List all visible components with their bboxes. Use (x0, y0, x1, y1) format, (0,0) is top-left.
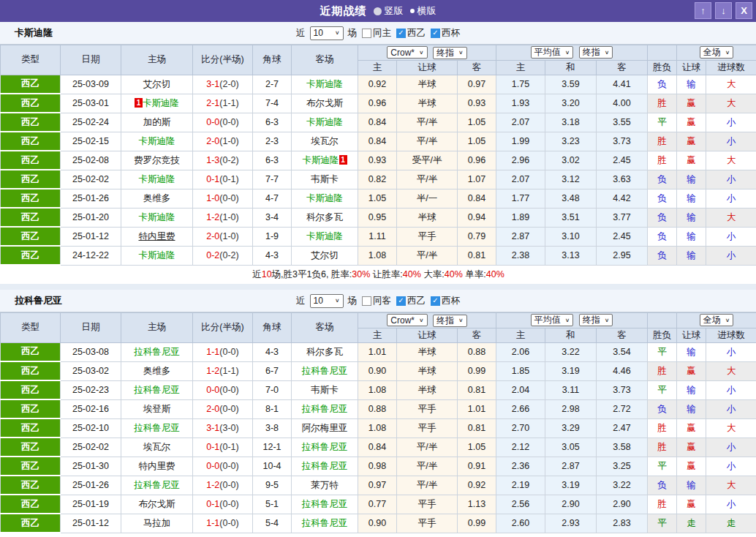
home-team-cell: 马拉加 (121, 514, 193, 533)
team-link[interactable]: 卡斯迪隆 (139, 174, 175, 184)
team-link[interactable]: 拉科鲁尼亚 (134, 423, 180, 433)
team-link[interactable]: 科尔多瓦 (306, 212, 343, 222)
col-home: 主场 (121, 45, 193, 75)
scroll-up-button[interactable]: ↑ (695, 2, 711, 19)
layout-horizontal-radio[interactable]: 横版 (410, 4, 436, 18)
avg-away-odds: 4.41 (597, 75, 648, 94)
team-link[interactable]: 艾尔切 (143, 79, 171, 89)
col-date: 日期 (61, 313, 121, 343)
chevron-down-icon: ∨ (565, 318, 570, 323)
handicap-line: 受平/半 (397, 151, 458, 170)
same-venue-checkbox[interactable]: 同主 (362, 27, 391, 40)
team-link[interactable]: 拉科鲁尼亚 (302, 366, 348, 376)
league-checkbox[interactable]: ✓ 西乙 (396, 295, 426, 307)
fulltime-score: 0-1 (206, 174, 219, 184)
team-link[interactable]: 卡斯迪隆 (306, 117, 343, 127)
team-link[interactable]: 卡斯迪隆 (303, 155, 339, 165)
team-link[interactable]: 科尔多瓦 (306, 347, 343, 357)
home-team-cell: 拉科鲁尼亚 (121, 342, 193, 361)
avg-select[interactable]: 平均值∨ (531, 314, 574, 326)
scroll-down-button[interactable]: ↓ (715, 2, 732, 19)
team-link[interactable]: 加的斯 (143, 117, 171, 127)
summary-stat-value: 30% (352, 269, 370, 279)
recent-count-select[interactable]: 10 ∨ (310, 26, 344, 40)
fulltime-score: 0-0 (206, 117, 219, 127)
team-link[interactable]: 拉科鲁尼亚 (134, 480, 180, 490)
team-link[interactable]: 卡斯迪隆 (306, 79, 343, 89)
team-link[interactable]: 埃登斯 (143, 404, 171, 414)
cup-checkbox[interactable]: ✓ 西杯 (431, 27, 460, 40)
team-link[interactable]: 特内里费 (139, 461, 175, 471)
team-link[interactable]: 拉科鲁尼亚 (134, 385, 180, 395)
team-link[interactable]: 马拉加 (143, 518, 171, 528)
handicap-away-odds: 1.05 (458, 438, 496, 457)
corner-count: 12-1 (253, 438, 292, 457)
up-arrow-icon: ↑ (700, 5, 706, 16)
team-link[interactable]: 拉科鲁尼亚 (134, 347, 180, 357)
corner-count: 7-4 (253, 94, 292, 113)
summary-footer: 近10场,胜3平1负6, 胜率:30% 让胜率:40% 大率:40% 单率:40… (1, 265, 756, 284)
team-link[interactable]: 埃瓦尔 (143, 442, 171, 452)
summary-text: 近 (252, 269, 262, 279)
result-outcome: 负 (648, 476, 677, 495)
team-link[interactable]: 卡斯迪隆 (139, 136, 175, 146)
team-link[interactable]: 布尔戈斯 (306, 98, 343, 108)
cup-checkbox[interactable]: ✓ 西杯 (431, 295, 460, 307)
subcol-result: 胜负 (648, 328, 677, 342)
col-date: 日期 (61, 45, 121, 75)
team-link[interactable]: 拉科鲁尼亚 (302, 499, 348, 509)
team-link[interactable]: 卡斯迪隆 (139, 250, 175, 260)
team-link[interactable]: 韦斯卡 (311, 385, 339, 395)
team-link[interactable]: 韦斯卡 (311, 174, 339, 184)
avg-away-odds: 2.47 (597, 418, 648, 438)
company-select[interactable]: Crow*∨ (387, 46, 427, 59)
team-link[interactable]: 特内里费 (139, 231, 175, 241)
team-link[interactable]: 卡斯迪隆 (306, 193, 343, 203)
result-goals: 大 (706, 476, 756, 495)
match-row: 西乙25-01-26奥维多1-0(0-0)4-7卡斯迪隆1.05半/一0.841… (1, 189, 756, 208)
avg-time-select[interactable]: 终指∨ (579, 314, 613, 326)
result-goals: 小 (706, 132, 756, 151)
subcol-avg-home: 主 (496, 328, 545, 342)
summary-stat-value: 40% (445, 269, 463, 279)
full-match-select[interactable]: 全场∨ (700, 46, 734, 59)
close-button[interactable]: X (736, 2, 752, 19)
handicap-home-odds: 1.08 (358, 418, 397, 438)
team-link[interactable]: 埃瓦尔 (311, 136, 339, 146)
avg-draw-odds: 3.51 (545, 208, 597, 227)
team-link[interactable]: 奥维多 (143, 366, 171, 376)
team-link[interactable]: 拉科鲁尼亚 (302, 461, 348, 471)
layout-vertical-radio[interactable]: 竖版 (374, 4, 404, 18)
full-match-header: 全场∨ (677, 313, 756, 328)
team-link[interactable]: 费罗尔竞技 (134, 155, 180, 165)
recent-count-select[interactable]: 10 ∨ (310, 294, 344, 308)
recent-count-value: 10 (314, 296, 323, 306)
full-match-select[interactable]: 全场∨ (700, 314, 734, 326)
team-link[interactable]: 奥维多 (143, 193, 171, 203)
team-link[interactable]: 莱万特 (311, 480, 339, 490)
team-link[interactable]: 卡斯迪隆 (139, 212, 175, 222)
odds-time-select[interactable]: 终指∨ (433, 315, 467, 327)
league-checkbox[interactable]: ✓ 西乙 (396, 27, 426, 40)
avg-select[interactable]: 平均值∨ (531, 46, 574, 59)
avg-time-select[interactable]: 终指∨ (579, 46, 613, 59)
away-team-cell: 艾尔切 (292, 246, 358, 265)
company-select[interactable]: Crow*∨ (387, 314, 427, 326)
games-label: 场 (348, 27, 358, 40)
team-link[interactable]: 艾尔切 (311, 250, 339, 260)
match-date: 25-02-15 (61, 132, 121, 151)
fulltime-score: 1-1 (206, 518, 219, 528)
team-link[interactable]: 阿尔梅里亚 (302, 423, 348, 433)
handicap-home-odds: 0.84 (358, 438, 397, 457)
handicap-line: 平手 (397, 495, 458, 514)
team-link[interactable]: 拉科鲁尼亚 (302, 404, 348, 414)
same-venue-checkbox[interactable]: 同客 (362, 295, 391, 307)
team-link[interactable]: 拉科鲁尼亚 (302, 442, 348, 452)
team-link[interactable]: 卡斯迪隆 (306, 231, 343, 241)
team-link[interactable]: 拉科鲁尼亚 (302, 518, 348, 528)
team-link[interactable]: 布尔戈斯 (139, 499, 175, 509)
away-team-cell: 卡斯迪隆1 (292, 151, 358, 170)
subcol-handicap-result: 让球 (677, 60, 706, 75)
team-link[interactable]: 卡斯迪隆 (143, 98, 179, 108)
odds-time-select[interactable]: 终指∨ (433, 47, 467, 59)
